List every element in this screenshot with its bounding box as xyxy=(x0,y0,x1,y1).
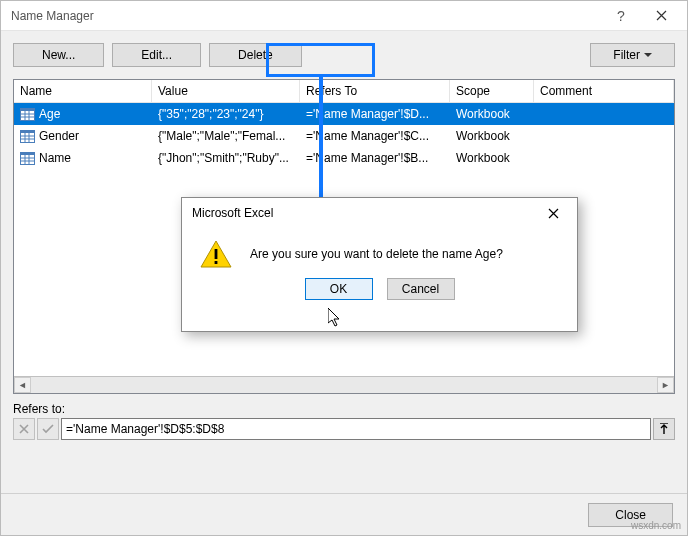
window-title: Name Manager xyxy=(11,9,601,23)
dialog-message: Are you sure you want to delete the name… xyxy=(250,247,503,261)
horizontal-scrollbar[interactable]: ◄ ► xyxy=(14,376,674,393)
col-name[interactable]: Name xyxy=(14,80,152,102)
close-window-button[interactable] xyxy=(641,1,681,31)
svg-rect-1 xyxy=(21,111,34,120)
cell-name: Name xyxy=(39,151,71,165)
cell-value: {"35";"28";"23";"24"} xyxy=(152,103,300,125)
help-button[interactable]: ? xyxy=(601,1,641,31)
cell-comment xyxy=(534,147,674,169)
table-row[interactable]: Name {"Jhon";"Smith";"Ruby"... ='Name Ma… xyxy=(14,147,674,169)
cell-value: {"Jhon";"Smith";"Ruby"... xyxy=(152,147,300,169)
cell-scope: Workbook xyxy=(450,103,534,125)
cell-name: Age xyxy=(39,107,60,121)
table-icon xyxy=(20,130,35,143)
filter-label: Filter xyxy=(613,48,640,62)
cancel-button[interactable]: Cancel xyxy=(387,278,455,300)
cell-value: {"Male";"Male";"Femal... xyxy=(152,125,300,147)
cancel-edit-button[interactable] xyxy=(13,418,35,440)
grid-header: Name Value Refers To Scope Comment xyxy=(14,80,674,103)
filter-button[interactable]: Filter xyxy=(590,43,675,67)
new-button[interactable]: New... xyxy=(13,43,104,67)
dialog-close-button[interactable] xyxy=(533,200,573,226)
col-scope[interactable]: Scope xyxy=(450,80,534,102)
col-refers[interactable]: Refers To xyxy=(300,80,450,102)
cell-comment xyxy=(534,103,674,125)
delete-button[interactable]: Delete xyxy=(209,43,302,67)
table-icon xyxy=(20,152,35,165)
watermark: wsxdn.com xyxy=(631,520,681,531)
cell-refers: ='Name Manager'!$C... xyxy=(300,125,450,147)
cell-name: Gender xyxy=(39,129,79,143)
svg-rect-7 xyxy=(21,133,34,142)
range-picker-button[interactable] xyxy=(653,418,675,440)
ok-button[interactable]: OK xyxy=(305,278,373,300)
cell-refers: ='Name Manager'!$B... xyxy=(300,147,450,169)
confirm-edit-button[interactable] xyxy=(37,418,59,440)
titlebar: Name Manager ? xyxy=(1,1,687,31)
cell-scope: Workbook xyxy=(450,125,534,147)
warning-icon xyxy=(200,240,232,268)
cell-scope: Workbook xyxy=(450,147,534,169)
chevron-down-icon xyxy=(644,53,652,57)
dialog-title: Microsoft Excel xyxy=(192,206,533,220)
svg-rect-21 xyxy=(215,261,218,264)
refers-to-label: Refers to: xyxy=(13,402,65,416)
col-value[interactable]: Value xyxy=(152,80,300,102)
scroll-right-button[interactable]: ► xyxy=(657,377,674,393)
cell-comment xyxy=(534,125,674,147)
table-icon xyxy=(20,108,35,121)
svg-rect-13 xyxy=(21,155,34,164)
scroll-track[interactable] xyxy=(31,377,657,393)
cell-refers: ='Name Manager'!$D... xyxy=(300,103,450,125)
col-comment[interactable]: Comment xyxy=(534,80,674,102)
refers-to-input[interactable] xyxy=(61,418,651,440)
svg-rect-20 xyxy=(215,249,218,259)
table-row[interactable]: Gender {"Male";"Male";"Femal... ='Name M… xyxy=(14,125,674,147)
confirm-dialog: Microsoft Excel Are you sure you want to… xyxy=(181,197,578,332)
scroll-left-button[interactable]: ◄ xyxy=(14,377,31,393)
table-row[interactable]: Age {"35";"28";"23";"24"} ='Name Manager… xyxy=(14,103,674,125)
edit-button[interactable]: Edit... xyxy=(112,43,201,67)
